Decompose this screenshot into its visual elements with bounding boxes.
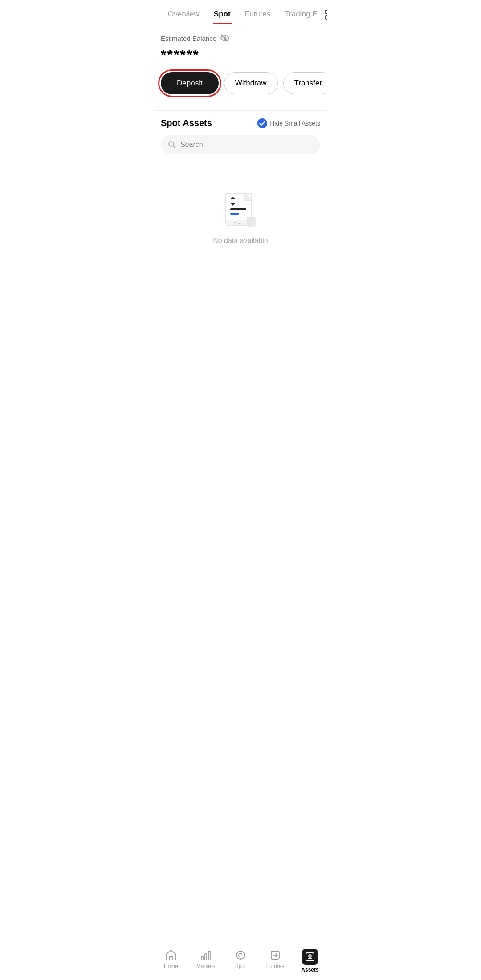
svg-text:Toobit: Toobit bbox=[234, 221, 244, 225]
assets-header: Spot Assets Hide Small Assets bbox=[161, 118, 320, 128]
top-navigation: Overview Spot Futures Trading E bbox=[154, 0, 327, 24]
nav-tabs: Overview Spot Futures Trading E bbox=[161, 5, 324, 24]
tab-spot[interactable]: Spot bbox=[207, 5, 238, 24]
no-data-text: No data available bbox=[213, 237, 268, 245]
balance-label: Estimated Balance bbox=[161, 33, 320, 43]
withdraw-button[interactable]: Withdraw bbox=[224, 72, 278, 94]
svg-rect-14 bbox=[230, 213, 239, 215]
empty-icon: Toobit bbox=[220, 190, 261, 230]
svg-line-9 bbox=[173, 146, 175, 148]
assets-section: Spot Assets Hide Small Assets bbox=[154, 111, 327, 263]
svg-rect-13 bbox=[230, 208, 246, 210]
tab-overview[interactable]: Overview bbox=[161, 5, 207, 24]
svg-rect-17 bbox=[247, 217, 255, 226]
svg-rect-0 bbox=[326, 10, 327, 14]
svg-point-8 bbox=[169, 142, 174, 146]
balance-value: ****** bbox=[161, 47, 320, 63]
action-buttons: Deposit Withdraw Transfer bbox=[161, 72, 320, 94]
assets-title: Spot Assets bbox=[161, 118, 212, 128]
empty-state: Toobit No data available bbox=[161, 163, 320, 263]
hide-balance-icon[interactable] bbox=[220, 33, 230, 43]
svg-rect-2 bbox=[326, 16, 327, 19]
check-circle-icon bbox=[257, 118, 267, 128]
tab-trading[interactable]: Trading E bbox=[277, 5, 324, 24]
scan-icon[interactable] bbox=[324, 7, 327, 23]
search-input[interactable] bbox=[180, 141, 313, 149]
deposit-button[interactable]: Deposit bbox=[161, 72, 219, 94]
search-icon bbox=[168, 141, 176, 149]
hide-small-assets-toggle[interactable]: Hide Small Assets bbox=[257, 118, 320, 128]
svg-point-7 bbox=[257, 118, 267, 128]
tab-futures[interactable]: Futures bbox=[238, 5, 278, 24]
balance-section: Estimated Balance ****** Deposit Withdra… bbox=[154, 24, 327, 103]
transfer-button[interactable]: Transfer bbox=[283, 72, 328, 94]
hide-small-label: Hide Small Assets bbox=[270, 120, 320, 127]
search-bar[interactable] bbox=[161, 135, 320, 154]
